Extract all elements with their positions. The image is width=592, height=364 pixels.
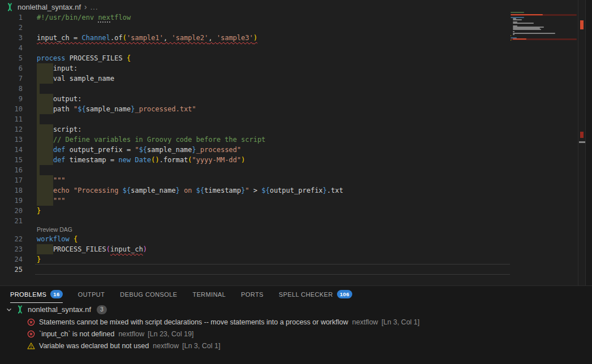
code-line: 13 // Define variables in Groovy code be… [0, 135, 510, 145]
chevron-right-icon: › [84, 3, 87, 11]
code-line: 5process PROCESS_FILES { [0, 53, 510, 63]
vscode-window: nonlethal_syntax.nf › ... 1#!/usr/bin/en… [0, 0, 592, 364]
line-number: 4 [0, 43, 23, 53]
code-text[interactable]: input: [37, 63, 77, 73]
error-icon [27, 330, 35, 338]
panel-tab-label: PORTS [241, 291, 263, 298]
problem-row[interactable]: Variable was declared but not usednextfl… [0, 340, 592, 352]
code-line: 1#!/usr/bin/env nextflow [0, 12, 510, 23]
code-line: 18 echo "Processing ${sample_name} on ${… [0, 185, 510, 196]
line-number: 3 [0, 33, 23, 43]
code-line: 20} [0, 206, 510, 216]
problem-message: `input_ch` is not defined [39, 330, 114, 338]
code-line: 7 val sample_name [0, 73, 510, 84]
ruler-error-marker [580, 20, 584, 29]
code-line: 22workflow { [0, 234, 510, 244]
minimap-line [511, 40, 511, 41]
line-number: 24 [0, 254, 23, 265]
problems-file-name: nonlethal_syntax.nf [28, 305, 91, 314]
codelens-preview-dag[interactable]: Preview DAG [0, 226, 510, 234]
panel-tab-output[interactable]: OUTPUT [78, 286, 105, 303]
breadcrumb-symbol-ellipsis[interactable]: ... [90, 3, 98, 11]
line-number: 15 [0, 155, 23, 165]
problem-location: [Ln 3, Col 1] [182, 342, 220, 350]
panel-tab-spell-checker[interactable]: SPELL CHECKER106 [279, 286, 352, 303]
warning-icon [27, 342, 35, 350]
code-text[interactable]: def output_prefix = "${sample_name}_proc… [37, 145, 241, 155]
problem-source: nextflow [153, 342, 179, 350]
code-text[interactable]: val sample_name [37, 73, 114, 84]
code-text[interactable]: """ [37, 196, 66, 206]
indent-highlight [37, 84, 40, 94]
line-number: 21 [0, 216, 23, 226]
code-text[interactable]: input_ch = Channel.of('sample1', 'sample… [37, 33, 257, 43]
code-line: 3input_ch = Channel.of('sample1', 'sampl… [0, 33, 510, 43]
line-number: 22 [0, 234, 23, 244]
code-text[interactable]: // Define variables in Groovy code befor… [37, 135, 266, 145]
code-text[interactable]: } [37, 254, 41, 265]
panel-tab-label: SPELL CHECKER [279, 291, 333, 298]
minimap-line [513, 19, 522, 20]
panel-tab-label: PROBLEMS [10, 291, 46, 298]
problems-file-group[interactable]: nonlethal_syntax.nf 3 [0, 303, 592, 316]
code-line: 19 """ [0, 196, 510, 206]
problem-row[interactable]: Statements cannot be mixed with script d… [0, 316, 592, 328]
panel-tab-ports[interactable]: PORTS [241, 286, 263, 303]
code-text[interactable]: """ [37, 175, 66, 185]
code-text[interactable]: #!/usr/bin/env nextflow [37, 12, 131, 23]
line-number: 7 [0, 73, 23, 84]
chevron-down-icon[interactable] [6, 306, 12, 313]
minimap-line [511, 14, 543, 15]
problem-location: [Ln 23, Col 19] [148, 330, 193, 338]
code-text[interactable]: output: [37, 94, 81, 104]
line-number: 2 [0, 23, 23, 33]
problems-list: Statements cannot be mixed with script d… [0, 316, 592, 352]
panel-tab-terminal[interactable]: TERMINAL [193, 286, 226, 303]
nextflow-file-icon [16, 305, 24, 314]
breadcrumb-file[interactable]: nonlethal_syntax.nf [18, 3, 81, 11]
code-line: 4 [0, 43, 510, 53]
line-number: 6 [0, 63, 23, 73]
minimap-line [513, 23, 534, 24]
line-number: 8 [0, 84, 23, 94]
panel-tab-debug-console[interactable]: DEBUG CONSOLE [120, 286, 177, 303]
code-line: 17 """ [0, 175, 510, 185]
minimap[interactable] [511, 10, 578, 61]
editor-right-edge [586, 0, 592, 285]
line-number: 19 [0, 196, 23, 206]
minimap-line [513, 34, 515, 35]
panel-tab-badge: 106 [337, 290, 352, 298]
code-text[interactable]: echo "Processing ${sample_name} on ${tim… [37, 185, 343, 196]
line-number: 14 [0, 145, 23, 155]
code-line: 21 [0, 216, 510, 226]
indent-highlight [37, 114, 40, 124]
code-line: 25 [0, 265, 510, 275]
problem-source: nextflow [352, 318, 378, 326]
code-text[interactable]: PROCESS_FILES(input_ch) [37, 244, 147, 254]
error-icon [27, 318, 35, 326]
code-text[interactable]: script: [37, 124, 81, 135]
code-line: 8 [0, 84, 510, 94]
code-text[interactable]: workflow { [37, 234, 77, 244]
code-text[interactable]: } [37, 206, 41, 216]
code-text[interactable]: process PROCESS_FILES { [37, 53, 131, 63]
problem-row[interactable]: `input_ch` is not definednextflow[Ln 23,… [0, 328, 592, 340]
line-number: 13 [0, 135, 23, 145]
overview-ruler[interactable] [578, 0, 586, 285]
code-text[interactable]: path "${sample_name}_processed.txt" [37, 104, 196, 114]
minimap-line [511, 35, 511, 36]
code-line: 11 [0, 114, 510, 124]
panel-tab-problems[interactable]: PROBLEMS16 [10, 286, 63, 303]
current-line-highlight [35, 264, 510, 275]
line-number: 25 [0, 265, 23, 275]
panel-tab-bar: PROBLEMS16OUTPUTDEBUG CONSOLETERMINALPOR… [0, 286, 592, 303]
panel-tab-badge: 16 [50, 290, 62, 298]
code-text[interactable]: def timestamp = new Date().format("yyyy-… [37, 155, 245, 165]
problems-file-count-badge: 3 [97, 305, 107, 314]
line-number: 20 [0, 206, 23, 216]
code-editor[interactable]: 1#!/usr/bin/env nextflow23input_ch = Cha… [0, 12, 510, 275]
problem-message: Statements cannot be mixed with script d… [39, 318, 348, 326]
panel-tab-label: OUTPUT [78, 291, 105, 298]
ruler-cursor-marker [579, 141, 585, 143]
line-number: 11 [0, 114, 23, 124]
